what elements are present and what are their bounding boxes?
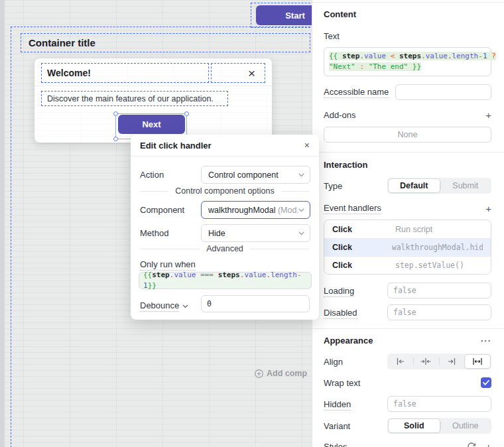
event-handlers-label: Event handlers — [324, 203, 381, 214]
handler-event: Click — [332, 261, 395, 270]
wrap-text-checkbox[interactable] — [481, 377, 491, 388]
chevron-down-icon — [298, 231, 304, 235]
section-divider — [312, 328, 504, 329]
addons-add-icon[interactable]: + — [485, 109, 491, 121]
addons-none-box[interactable]: None — [324, 127, 491, 143]
loading-label: Loading — [324, 286, 354, 297]
next-button[interactable]: Next — [118, 115, 185, 134]
app-builder-screen: Container title Start Welcome! × Discove… — [0, 0, 504, 447]
add-component-label: Add comp — [267, 369, 307, 378]
more-options-icon[interactable]: ··· — [481, 336, 491, 346]
styles-label: Styles — [324, 442, 347, 447]
variant-segmented-control: Solid Outline — [387, 418, 491, 434]
add-circle-icon — [255, 369, 263, 378]
action-label: Action — [140, 170, 164, 180]
container-title-widget[interactable]: Container title — [21, 33, 310, 52]
variant-option-solid[interactable]: Solid — [388, 418, 440, 433]
selection-handle-top-right[interactable] — [184, 111, 189, 116]
reset-styles-icon[interactable] — [467, 442, 476, 447]
align-center-button[interactable] — [413, 354, 438, 369]
code-line-1: {{ step.value < steps.value.length-1 ? — [329, 52, 496, 60]
only-run-when-code: {{step.value === steps.value.length-1}} — [143, 270, 307, 291]
add-style-icon[interactable]: + — [485, 441, 491, 447]
inspector-panel: Content Text {{ step.value < steps.value… — [312, 0, 504, 447]
selection-handle-bottom-left[interactable] — [113, 137, 118, 141]
event-handler-row-selected[interactable]: Click walkthroughModal.hid… — [324, 238, 491, 256]
container-title-text: Container title — [29, 37, 95, 48]
popup-header: Edit click handler × — [131, 135, 319, 157]
debounce-label: Debounce — [140, 300, 179, 312]
modal-header: Welcome! × — [34, 58, 272, 86]
start-button[interactable]: Start — [256, 5, 312, 25]
modal-body-text: Discover the main features of our applic… — [47, 94, 214, 103]
hidden-label: Hidden — [324, 399, 351, 411]
method-select[interactable]: Hide — [201, 224, 310, 242]
variant-option-outline[interactable]: Outline — [440, 418, 491, 433]
popup-close-icon[interactable]: × — [304, 140, 310, 151]
handler-action: walkthroughModal.hid… — [392, 243, 483, 252]
method-label: Method — [140, 228, 168, 238]
align-right-icon — [447, 357, 456, 365]
only-run-when-label: Only run when — [140, 259, 196, 271]
options-divider-label: Control component options — [175, 186, 274, 196]
modal-body-text-widget[interactable]: Discover the main features of our applic… — [41, 91, 228, 106]
handler-action: step.setValue() — [395, 261, 464, 270]
walkthrough-modal: Welcome! × Discover the main features of… — [34, 58, 272, 143]
hidden-input[interactable]: false — [387, 396, 491, 412]
event-handlers-add-icon[interactable]: + — [485, 203, 491, 214]
disabled-input[interactable]: false — [387, 304, 491, 320]
align-stretch-button[interactable] — [464, 354, 491, 369]
action-select[interactable]: Control component — [201, 166, 310, 184]
selection-handle-top-left[interactable] — [113, 111, 118, 116]
section-header-appearance: Appearance ··· — [324, 336, 491, 346]
handler-action: Run script — [395, 225, 432, 234]
event-handler-row[interactable]: Click step.setValue() — [324, 256, 491, 274]
handler-event: Click — [332, 225, 395, 234]
type-option-submit[interactable]: Submit — [440, 178, 491, 193]
align-label: Align — [324, 357, 387, 367]
canvas-left-margin — [0, 0, 5, 447]
event-handlers-list: Click Run script Click walkthroughModal.… — [324, 220, 491, 275]
edit-click-handler-popup: Edit click handler × Action Control comp… — [131, 135, 319, 320]
type-option-default[interactable]: Default — [388, 178, 440, 193]
loading-input[interactable]: false — [387, 283, 491, 298]
advanced-divider: Advanced — [140, 244, 310, 253]
modal-close-area[interactable]: × — [211, 63, 265, 83]
accessible-name-label: Accessible name — [324, 87, 389, 98]
align-left-button[interactable] — [388, 354, 413, 369]
section-header-interaction: Interaction — [324, 160, 491, 170]
only-run-when-code-input[interactable]: {{step.value === steps.value.length-1}} — [139, 272, 312, 289]
type-label: Type — [324, 181, 387, 191]
align-stretch-icon — [472, 357, 483, 365]
text-field-label: Text — [324, 31, 491, 41]
chevron-down-icon — [298, 173, 304, 177]
code-line-2: "Next" : "The end" }} — [329, 62, 421, 71]
action-value: Control component — [208, 170, 279, 180]
chevron-down-icon — [298, 208, 304, 212]
debounce-label-row[interactable]: Debounce — [140, 300, 188, 312]
align-right-button[interactable] — [439, 354, 464, 369]
component-label: Component — [140, 205, 184, 215]
component-value: walkthroughModal (Mod... — [208, 206, 298, 215]
debounce-input[interactable]: 0 — [201, 295, 310, 312]
options-divider: Control component options — [140, 186, 310, 196]
text-code-input[interactable]: {{ step.value < steps.value.length-1 ? "… — [324, 47, 491, 76]
addons-label: Add-ons — [324, 110, 355, 120]
accessible-name-input[interactable] — [395, 84, 491, 100]
section-header-content: Content — [324, 9, 491, 19]
event-handler-row[interactable]: Click Run script — [324, 220, 491, 238]
section-divider — [312, 152, 504, 153]
modal-title-widget[interactable]: Welcome! — [41, 63, 209, 83]
popup-title: Edit click handler — [140, 141, 212, 151]
align-left-icon — [396, 357, 405, 365]
align-segmented-control — [387, 353, 491, 369]
check-icon — [483, 380, 489, 385]
component-select[interactable]: walkthroughModal (Mod... — [201, 201, 310, 219]
chevron-down-icon — [182, 304, 188, 308]
align-center-icon — [420, 357, 431, 365]
handler-event: Click — [332, 243, 392, 252]
appearance-title: Appearance — [324, 336, 373, 346]
modal-close-icon[interactable]: × — [248, 67, 255, 80]
modal-title-text: Welcome! — [47, 68, 91, 78]
add-component-hint[interactable]: Add comp — [255, 369, 307, 378]
